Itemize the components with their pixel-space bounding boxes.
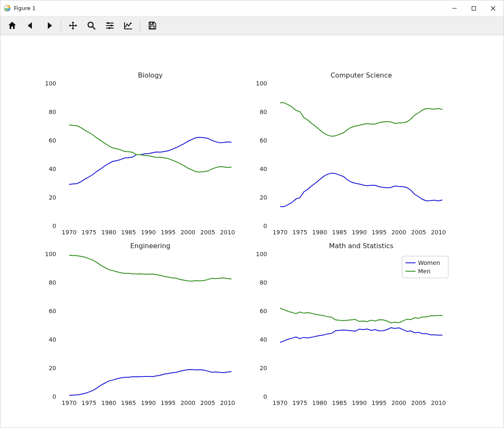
x-tick-label: 2005 (200, 229, 216, 236)
x-tick-label: 1980 (312, 229, 327, 236)
zoom-button[interactable] (82, 16, 101, 35)
series-women (69, 137, 231, 185)
x-tick-label: 1985 (121, 229, 136, 236)
svg-rect-10 (111, 25, 112, 26)
x-tick-label: 1990 (352, 229, 367, 236)
y-tick-label: 20 (49, 365, 56, 371)
y-tick-label: 20 (49, 194, 56, 201)
y-tick-label: 0 (52, 393, 56, 400)
chart-1: Computer Science197019751980198519901995… (256, 71, 446, 236)
x-tick-label: 1970 (273, 399, 288, 406)
chart-2: Engineering19701975198019851990199520002… (45, 242, 235, 406)
x-tick-label: 1985 (332, 399, 347, 406)
legend: WomenMen (402, 256, 448, 278)
y-tick-label: 100 (45, 80, 56, 87)
y-tick-label: 20 (260, 194, 267, 201)
series-men (69, 125, 231, 172)
svg-rect-2 (472, 6, 476, 10)
configure-subplots-button[interactable] (101, 16, 119, 35)
y-tick-label: 0 (52, 223, 56, 229)
chart-title: Math and Statistics (329, 242, 393, 250)
series-women (280, 328, 442, 342)
legend-label: Women (418, 259, 440, 266)
x-tick-label: 2010 (220, 229, 235, 236)
y-tick-label: 40 (49, 336, 56, 343)
svg-rect-12 (109, 27, 110, 29)
x-tick-label: 2010 (431, 229, 446, 236)
series-men (280, 103, 442, 136)
x-tick-label: 1990 (352, 399, 367, 406)
svg-point-5 (88, 22, 93, 27)
legend-label: Men (418, 268, 431, 275)
x-tick-label: 1975 (81, 229, 96, 236)
mpl-toolbar (0, 16, 504, 35)
series-men (69, 255, 231, 281)
save-button[interactable] (143, 16, 161, 35)
y-tick-label: 100 (256, 251, 267, 257)
app-icon (4, 5, 11, 12)
window-minimize-button[interactable] (445, 0, 464, 16)
y-tick-label: 60 (260, 308, 267, 314)
x-tick-label: 1975 (81, 399, 96, 406)
y-tick-label: 80 (49, 109, 56, 115)
x-tick-label: 2000 (391, 229, 406, 236)
svg-line-6 (93, 27, 95, 29)
chart-3: Math and Statistics197019751980198519901… (256, 242, 448, 406)
x-tick-label: 1980 (101, 229, 117, 236)
x-tick-label: 1970 (273, 229, 288, 236)
toolbar-separator (61, 20, 61, 31)
x-tick-label: 2005 (411, 399, 426, 406)
x-tick-label: 2005 (200, 399, 216, 406)
x-tick-label: 2000 (180, 399, 195, 406)
pan-button[interactable] (64, 16, 82, 35)
window-titlebar: Figure 1 (0, 0, 504, 16)
x-tick-label: 1975 (292, 399, 307, 406)
y-tick-label: 40 (260, 166, 267, 172)
x-tick-label: 1990 (141, 229, 156, 236)
back-button[interactable] (21, 16, 40, 35)
y-tick-label: 40 (49, 166, 56, 172)
x-tick-label: 1995 (161, 229, 176, 236)
y-tick-label: 60 (260, 137, 267, 144)
home-button[interactable] (3, 16, 21, 35)
x-tick-label: 2005 (411, 229, 426, 236)
chart-title: Biology (138, 71, 163, 79)
svg-rect-15 (150, 26, 154, 29)
svg-rect-14 (152, 23, 153, 24)
y-tick-label: 0 (263, 223, 267, 229)
x-tick-label: 1995 (372, 229, 387, 236)
series-women (280, 173, 442, 207)
x-tick-label: 1990 (141, 399, 156, 406)
forward-button[interactable] (40, 16, 58, 35)
window-maximize-button[interactable] (464, 0, 483, 16)
x-tick-label: 2010 (431, 399, 446, 406)
x-tick-label: 2000 (180, 229, 195, 236)
y-tick-label: 60 (49, 137, 56, 144)
series-women (69, 369, 231, 395)
x-tick-label: 1985 (332, 229, 347, 236)
y-tick-label: 80 (49, 279, 56, 286)
y-tick-label: 0 (263, 393, 267, 400)
x-tick-label: 1980 (312, 399, 327, 406)
series-men (280, 308, 442, 323)
x-tick-label: 2010 (220, 399, 235, 406)
axis-editor-button[interactable] (119, 16, 138, 35)
toolbar-separator (140, 20, 140, 31)
window-title: Figure 1 (14, 5, 36, 11)
x-tick-label: 1970 (62, 399, 77, 406)
x-tick-label: 1995 (161, 399, 176, 406)
y-tick-label: 60 (49, 308, 56, 314)
y-tick-label: 100 (256, 80, 267, 87)
chart-0: Biology197019751980198519901995200020052… (45, 71, 235, 236)
y-tick-label: 100 (45, 251, 56, 257)
window-close-button[interactable] (483, 0, 503, 16)
figure-canvas[interactable]: Biology197019751980198519901995200020052… (0, 35, 504, 428)
x-tick-label: 1970 (62, 229, 77, 236)
x-tick-label: 1980 (101, 399, 117, 406)
y-tick-label: 20 (260, 365, 267, 371)
x-tick-label: 1985 (121, 399, 136, 406)
y-tick-label: 80 (260, 279, 267, 286)
chart-title: Engineering (130, 242, 171, 250)
x-tick-label: 2000 (391, 399, 406, 406)
svg-rect-8 (107, 22, 109, 24)
